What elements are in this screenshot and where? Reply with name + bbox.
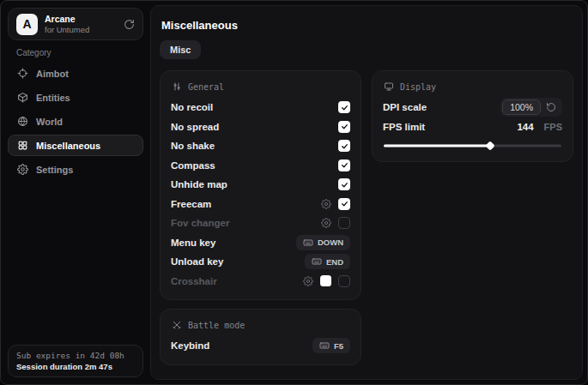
crosshair-icon — [17, 68, 28, 79]
tab-misc[interactable]: Misc — [160, 40, 201, 59]
sidebar-item-label: Settings — [36, 165, 73, 175]
setting-label: No shake — [171, 141, 215, 151]
sidebar-item-aimbot[interactable]: Aimbot — [8, 63, 143, 84]
sub-expires-text: Sub expires in 42d 08h — [16, 351, 135, 360]
setting-label: Unload key — [171, 256, 223, 267]
checkbox-no-recoil[interactable] — [338, 101, 350, 113]
sidebar-item-label: Entities — [36, 93, 70, 103]
cards-area: General No recoil No spread — [160, 70, 573, 365]
key-value: DOWN — [318, 238, 343, 247]
setting-label: DPI scale — [383, 102, 427, 112]
gear-icon — [17, 164, 28, 175]
grid-icon — [17, 140, 28, 151]
display-card: Display DPI scale 100% — [372, 70, 573, 162]
app-window: A Arcane for Untumed Category Aimbot — [0, 0, 588, 385]
checkbox-unhide-map[interactable] — [338, 178, 350, 190]
keyboard-icon — [312, 256, 322, 267]
checkbox-no-spread[interactable] — [338, 121, 350, 133]
main-panel: Miscellaneous Misc General No recoil — [150, 5, 583, 380]
keyboard-icon — [319, 340, 330, 351]
display-card-header: Display — [384, 81, 562, 92]
setting-label: Menu key — [171, 238, 215, 248]
battle-keybind[interactable]: F5 — [312, 338, 350, 353]
setting-row-unhide-map: Unhide map — [171, 175, 350, 195]
app-identity: Arcane for Untumed — [45, 14, 89, 35]
fov-settings-gear-icon[interactable] — [321, 218, 331, 228]
app-card: A Arcane for Untumed — [8, 8, 143, 40]
setting-label: Compass — [171, 160, 215, 171]
setting-label: Keybind — [171, 340, 209, 351]
freecam-settings-gear-icon[interactable] — [321, 199, 331, 209]
sidebar: A Arcane for Untumed Category Aimbot — [1, 1, 150, 384]
right-column: Display DPI scale 100% — [372, 70, 573, 162]
fps-limit-slider[interactable] — [384, 141, 561, 151]
refresh-icon[interactable] — [124, 19, 135, 30]
setting-label: No recoil — [171, 102, 213, 112]
checkbox-crosshair[interactable] — [338, 275, 350, 287]
subscription-status-card: Sub expires in 42d 08h Session duration … — [8, 345, 143, 377]
setting-row-keybind: Keybind F5 — [171, 336, 350, 356]
sidebar-nav: Aimbot Entities World Miscellaneous — [8, 63, 143, 180]
app-subtitle: for Untumed — [45, 25, 89, 35]
dpi-scale-control: 100% — [500, 98, 562, 117]
setting-row-no-spread: No spread — [171, 117, 350, 137]
sidebar-item-label: Miscellaneous — [36, 141, 100, 151]
checkbox-no-shake[interactable] — [338, 140, 350, 152]
sidebar-item-world[interactable]: World — [8, 111, 143, 132]
setting-row-unload-key: Unload key END — [171, 252, 350, 272]
dpi-scale-input[interactable]: 100% — [502, 99, 541, 115]
setting-label: FPS limit — [383, 122, 425, 132]
checkbox-freecam[interactable] — [338, 198, 350, 210]
category-label: Category — [16, 48, 52, 57]
battle-card-title: Battle mode — [188, 321, 245, 330]
page-title: Miscellaneous — [161, 19, 573, 32]
keyboard-icon — [303, 238, 313, 248]
crosshair-color-swatch[interactable] — [320, 275, 331, 286]
fps-slider-fill — [384, 145, 490, 147]
battle-card-header: Battle mode — [172, 320, 350, 330]
display-card-title: Display — [400, 82, 436, 92]
setting-label: No spread — [171, 122, 219, 132]
fps-slider-thumb[interactable] — [486, 141, 495, 150]
key-value: F5 — [334, 341, 343, 351]
swords-icon — [172, 320, 182, 330]
session-duration-text: Session duration 2m 47s — [16, 362, 135, 371]
setting-row-compass: Compass — [171, 156, 350, 176]
left-column: General No recoil No spread — [160, 70, 361, 365]
setting-label: Freecam — [171, 199, 211, 209]
checkbox-fov-changer[interactable] — [338, 217, 350, 229]
general-card-header: General — [172, 81, 350, 92]
setting-row-crosshair: Crosshair — [171, 272, 350, 292]
crosshair-settings-gear-icon[interactable] — [303, 276, 313, 286]
unload-key-binding[interactable]: END — [305, 254, 350, 269]
menu-key-binding[interactable]: DOWN — [296, 235, 350, 250]
globe-icon — [17, 116, 28, 127]
fps-limit-value: 144 — [517, 122, 533, 132]
setting-row-no-recoil: No recoil — [171, 98, 350, 117]
dpi-reset-icon[interactable] — [546, 102, 556, 112]
sidebar-item-settings[interactable]: Settings — [8, 159, 143, 180]
setting-row-dpi-scale: DPI scale 100% — [383, 98, 562, 117]
cube-icon — [17, 92, 28, 103]
general-card-title: General — [188, 82, 224, 92]
general-card: General No recoil No spread — [160, 70, 361, 300]
fps-limit-unit: FPS — [544, 122, 562, 132]
setting-label: Unhide map — [171, 179, 227, 189]
setting-row-freecam: Freecam — [171, 195, 350, 214]
key-value: END — [326, 257, 343, 267]
avatar: A — [16, 14, 38, 35]
sidebar-item-label: Aimbot — [36, 69, 69, 79]
setting-label: Crosshair — [171, 276, 217, 286]
setting-row-fov-changer: Fov changer — [171, 214, 350, 233]
sidebar-item-miscellaneous[interactable]: Miscellaneous — [8, 135, 143, 156]
setting-row-no-shake: No shake — [171, 136, 350, 156]
setting-row-menu-key: Menu key DOWN — [171, 233, 350, 253]
setting-label: Fov changer — [171, 218, 229, 228]
monitor-icon — [384, 81, 394, 92]
app-name: Arcane — [45, 14, 89, 25]
battle-mode-card: Battle mode Keybind F5 — [160, 309, 361, 365]
checkbox-compass[interactable] — [338, 159, 350, 171]
setting-row-fps-limit: FPS limit 144FPS — [383, 117, 562, 137]
sidebar-item-entities[interactable]: Entities — [8, 87, 143, 108]
sidebar-item-label: World — [36, 117, 63, 127]
